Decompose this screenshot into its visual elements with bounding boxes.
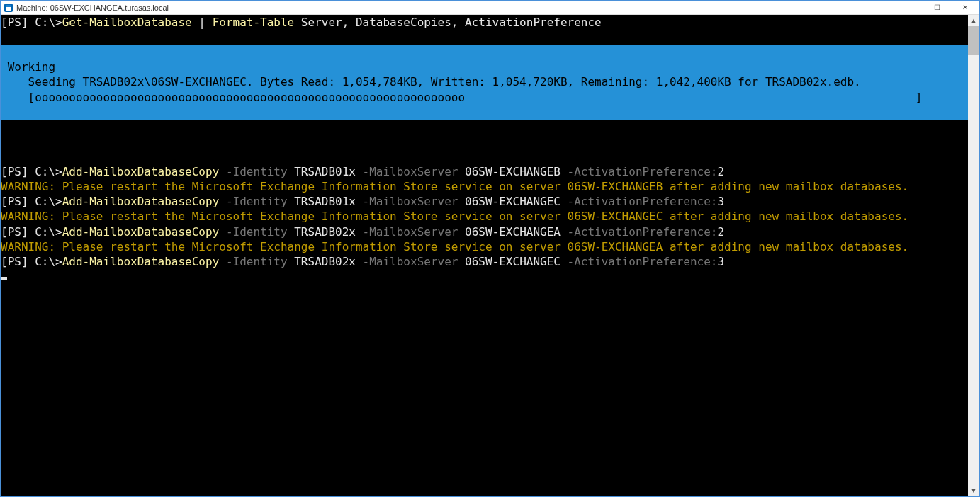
- cmdlet: Add-MailboxDatabaseCopy: [62, 195, 220, 208]
- param-value: TRSADB02x: [294, 255, 356, 268]
- param-name: -MailboxServer: [356, 165, 465, 178]
- param-value: TRSADB02x: [294, 225, 356, 239]
- minimize-icon: —: [905, 4, 912, 11]
- close-icon: ✕: [962, 4, 968, 11]
- cmdlet: Add-MailboxDatabaseCopy: [62, 255, 220, 268]
- prompt: [PS] C:\>: [1, 165, 62, 178]
- window-controls: — ☐ ✕: [894, 1, 979, 14]
- param-name: -ActivationPreference:: [561, 255, 718, 268]
- param-name: -Identity: [219, 195, 294, 208]
- cmdlet: Get-MailboxDatabase: [62, 16, 192, 29]
- scroll-track[interactable]: [968, 26, 979, 485]
- param-name: -MailboxServer: [356, 255, 465, 268]
- param-value: 06SW-EXCHANGEA: [465, 225, 561, 239]
- progress-bar: [ooooooooooooooooooooooooooooooooooooooo…: [1, 91, 922, 104]
- pipe: |: [192, 16, 213, 29]
- cmdlet: Format-Table: [213, 16, 295, 29]
- param-name: -MailboxServer: [356, 225, 465, 239]
- window-frame: Machine: 06SW-EXCHANGEA.turasas.local — …: [0, 0, 980, 497]
- close-button[interactable]: ✕: [951, 1, 979, 14]
- scroll-thumb[interactable]: [968, 26, 979, 55]
- window-title: Machine: 06SW-EXCHANGEA.turasas.local: [16, 4, 169, 12]
- param-value: 2: [717, 225, 724, 239]
- param-value: 06SW-EXCHANGEC: [465, 255, 561, 268]
- cmdlet: Add-MailboxDatabaseCopy: [62, 165, 220, 178]
- console-output[interactable]: [PS] C:\>Get-MailboxDatabase | Format-Ta…: [1, 15, 968, 496]
- param-name: -ActivationPreference:: [561, 195, 718, 208]
- scroll-up-arrow-icon[interactable]: ▲: [968, 15, 979, 26]
- param-name: -Identity: [219, 255, 294, 268]
- prompt: [PS] C:\>: [1, 195, 62, 208]
- cmdlet: Add-MailboxDatabaseCopy: [62, 225, 220, 239]
- param-name: -MailboxServer: [356, 195, 465, 208]
- param-value: 3: [717, 255, 724, 268]
- args: Server, DatabaseCopies, ActivationPrefer…: [294, 16, 601, 29]
- prompt: [PS] C:\>: [1, 255, 62, 268]
- warning-text: WARNING: Please restart the Microsoft Ex…: [1, 240, 908, 253]
- param-value: TRSADB01x: [294, 195, 356, 208]
- prompt: [PS] C:\>: [1, 225, 62, 239]
- progress-blank: [1, 105, 8, 119]
- progress-blank: [1, 45, 8, 59]
- progress-status: Working: [1, 60, 55, 74]
- text-cursor: [1, 277, 7, 280]
- param-value: 2: [717, 165, 724, 178]
- param-name: -Identity: [219, 225, 294, 239]
- param-name: -ActivationPreference:: [561, 225, 718, 239]
- minimize-button[interactable]: —: [894, 1, 923, 14]
- param-value: 3: [717, 195, 724, 208]
- window-titlebar[interactable]: Machine: 06SW-EXCHANGEA.turasas.local — …: [1, 1, 979, 15]
- param-name: -Identity: [219, 165, 294, 178]
- warning-text: WARNING: Please restart the Microsoft Ex…: [1, 180, 908, 193]
- console-area: [PS] C:\>Get-MailboxDatabase | Format-Ta…: [1, 15, 979, 496]
- param-value: 06SW-EXCHANGEC: [465, 195, 561, 208]
- param-value: TRSADB01x: [294, 165, 356, 178]
- maximize-icon: ☐: [934, 4, 940, 11]
- warning-text: WARNING: Please restart the Microsoft Ex…: [1, 210, 908, 223]
- param-name: -ActivationPreference:: [561, 165, 718, 178]
- progress-panel: Working Seeding TRSADB02x\06SW-EXCHANGEC…: [1, 45, 968, 120]
- maximize-button[interactable]: ☐: [923, 1, 951, 14]
- scroll-down-arrow-icon[interactable]: ▼: [968, 485, 979, 496]
- vertical-scrollbar[interactable]: ▲ ▼: [968, 15, 979, 496]
- prompt: [PS] C:\>: [1, 16, 62, 29]
- svg-rect-2: [6, 5, 11, 7]
- param-value: 06SW-EXCHANGEB: [465, 165, 561, 178]
- progress-detail: Seeding TRSADB02x\06SW-EXCHANGEC. Bytes …: [1, 75, 867, 88]
- app-icon: [4, 3, 13, 13]
